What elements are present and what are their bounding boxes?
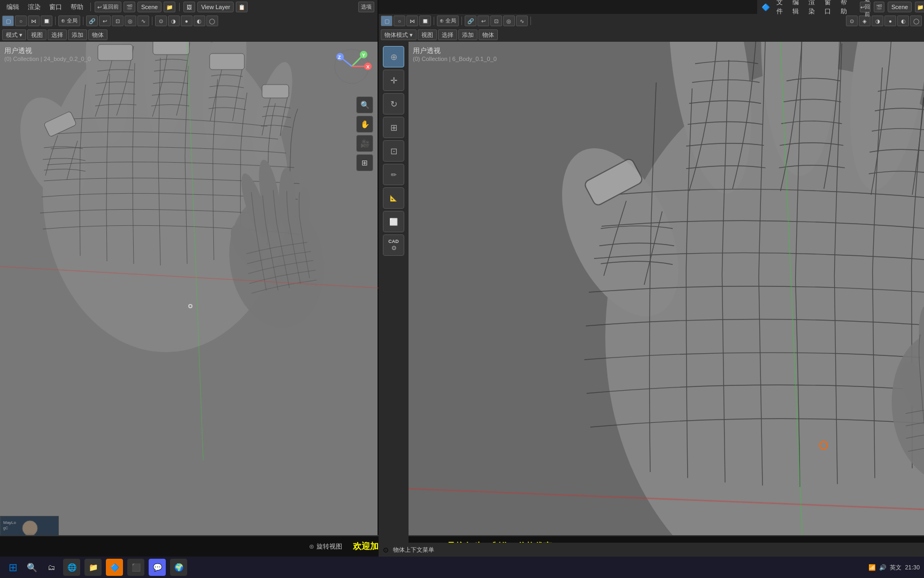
left-snap1[interactable]: 🔗 [86, 16, 98, 26]
left-select-tool1[interactable]: ▢ [2, 16, 14, 26]
left-render-icon[interactable]: 🖼 [183, 2, 195, 12]
left-view-menu[interactable]: 视图 [27, 29, 47, 40]
cursor-symbol: ⊕ [390, 52, 397, 62]
sep2 [179, 3, 180, 11]
right-nav-back[interactable]: ↩ 返回前 [860, 2, 871, 12]
left-rotate-hint: ⊙ 旋转视图 [309, 542, 342, 551]
right-view-menu[interactable]: 视图 [418, 29, 437, 40]
right-shading3[interactable]: ◐ [897, 16, 909, 26]
right-mode-dropdown[interactable]: 物体模式 ▾ [381, 29, 417, 40]
left-view-layer-save[interactable]: 📋 [236, 2, 248, 12]
sidebar-scale-icon[interactable]: ⊞ [383, 117, 404, 138]
right-shading1[interactable]: ◑ [872, 16, 883, 26]
left-transform-global[interactable]: ⊕ 返回前全局 [58, 16, 80, 26]
search-button[interactable]: 🔍 [24, 559, 41, 576]
sidebar-addbox-icon[interactable]: ⬜ [383, 211, 404, 232]
left-toolbar: ▢ ○ ⋈ 🔲 ⊕ 返回前全局 🔗 ↩ ⊡ ◎ ∿ ⊙ ◑ ● ◐ ◯ [0, 14, 378, 28]
left-viewport[interactable]: 编辑 渲染 窗口 帮助 ↩ 返回前 🎬 Scene 📁 🖼 View Layer… [0, 0, 379, 578]
left-select-menu[interactable]: 选择 [48, 29, 67, 40]
right-transform-global[interactable]: ⊕ 全局 [437, 16, 459, 26]
right-select-menu[interactable]: 选择 [438, 29, 457, 40]
left-zoom-btn[interactable]: 🔍 [356, 96, 373, 113]
right-select-tool4[interactable]: 🔲 [419, 16, 431, 26]
right-select-tool2[interactable]: ○ [394, 16, 405, 26]
blender-logo: 🔷 [761, 3, 770, 11]
right-menu-window[interactable]: 窗口 [821, 0, 834, 17]
right-proportional2[interactable]: ∿ [516, 16, 528, 26]
left-view-layer-drop[interactable]: View Layer [197, 2, 234, 12]
svg-text:Y: Y [362, 52, 365, 58]
right-viewport-canvas[interactable] [409, 42, 924, 557]
left-scene-icon[interactable]: 🎬 [124, 2, 135, 12]
left-snap3[interactable]: ⊡ [112, 16, 124, 26]
left-shading1[interactable]: ◑ [168, 16, 180, 26]
left-select-tool3[interactable]: ⋈ [28, 16, 40, 26]
sidebar-cursor-icon[interactable]: ⊕ [383, 46, 404, 67]
left-proportional[interactable]: ◎ [125, 16, 136, 26]
svg-rect-6 [98, 44, 133, 60]
left-proportional2[interactable]: ∿ [137, 16, 149, 26]
left-snap2[interactable]: ↩ [99, 16, 111, 26]
taskbar-browser[interactable]: 🌍 [170, 559, 187, 576]
right-menu-help[interactable]: 帮助 [837, 0, 850, 17]
left-save-icon[interactable]: 📁 [164, 2, 175, 12]
left-shading2[interactable]: ● [181, 16, 192, 26]
left-gizmo[interactable]: Y Z X [330, 45, 373, 88]
left-object-menu[interactable]: 物体 [88, 29, 107, 40]
left-mode-dropdown[interactable]: 模式 ▾ [2, 29, 26, 40]
sidebar-rotate-icon[interactable]: ↻ [383, 93, 404, 115]
cad-symbol: ⊙ [391, 245, 396, 252]
left-select-tool2[interactable]: ○ [15, 16, 27, 26]
right-save-icon[interactable]: 📁 [915, 2, 924, 12]
left-select-tool4[interactable]: 🔲 [41, 16, 52, 26]
right-snap2[interactable]: ↩ [478, 16, 489, 26]
right-menu-file[interactable]: 文件 [773, 0, 786, 17]
addbox-symbol: ⬜ [389, 218, 398, 226]
left-pan-btn[interactable]: ✋ [356, 116, 373, 133]
start-button[interactable]: ⊞ [4, 559, 21, 576]
sidebar-annotate-icon[interactable]: ✏ [383, 164, 404, 185]
left-scene-drop[interactable]: Scene [137, 2, 161, 12]
sidebar-transform-icon[interactable]: ⊡ [383, 140, 404, 162]
right-select-tool1[interactable]: ▢ [381, 16, 392, 26]
taskbar-ie[interactable]: 🌐 [63, 559, 80, 576]
right-add-menu[interactable]: 添加 [458, 29, 478, 40]
svg-text:Z: Z [338, 55, 341, 60]
left-shading3[interactable]: ◐ [194, 16, 205, 26]
left-grid-btn[interactable]: ⊞ [356, 154, 373, 171]
right-menu-edit[interactable]: 编辑 [789, 0, 802, 17]
left-menu-render[interactable]: 渲染 [25, 2, 44, 13]
right-shading2[interactable]: ● [884, 16, 896, 26]
cad-label: CAD [388, 239, 399, 244]
left-menu-window[interactable]: 窗口 [46, 2, 65, 13]
right-overlay-icon[interactable]: ⊙ [846, 16, 858, 26]
sep3 [55, 17, 56, 25]
taskbar-blender[interactable]: 🔷 [106, 559, 123, 576]
left-select-options[interactable]: 选项 [358, 2, 374, 12]
right-snap1[interactable]: 🔗 [465, 16, 476, 26]
right-snap3[interactable]: ⊡ [490, 16, 502, 26]
taskview-button[interactable]: 🗂 [43, 559, 60, 576]
taskbar-terminal[interactable]: ⬛ [127, 559, 144, 576]
right-proportional[interactable]: ◎ [503, 16, 515, 26]
left-menu-edit[interactable]: 编辑 [3, 2, 22, 13]
left-nav-back[interactable]: ↩ 返回前 [95, 2, 121, 12]
right-shading4[interactable]: ◯ [910, 16, 922, 26]
left-menu-help[interactable]: 帮助 [67, 2, 87, 13]
left-camera-btn[interactable]: 🎥 [356, 135, 373, 152]
sidebar-cad-icon[interactable]: CAD ⊙ [383, 234, 404, 256]
sidebar-measure-icon[interactable]: 📐 [383, 187, 404, 209]
right-object-menu[interactable]: 物体 [479, 29, 498, 40]
right-menu-render[interactable]: 渲染 [805, 0, 818, 17]
right-select-tool3[interactable]: ⋈ [406, 16, 418, 26]
left-add-menu[interactable]: 添加 [68, 29, 87, 40]
taskbar-discord[interactable]: 💬 [149, 559, 166, 576]
left-overlay-icon[interactable]: ⊙ [155, 16, 167, 26]
taskbar-explorer[interactable]: 📁 [84, 559, 102, 576]
left-mesh-bg [0, 0, 378, 578]
right-scene-drop[interactable]: Scene [888, 2, 912, 12]
right-scene-icon[interactable]: 🎬 [874, 2, 884, 12]
sidebar-move-icon[interactable]: ✛ [383, 70, 404, 91]
tray-lang: 英文 [890, 564, 902, 572]
left-shading4[interactable]: ◯ [206, 16, 218, 26]
